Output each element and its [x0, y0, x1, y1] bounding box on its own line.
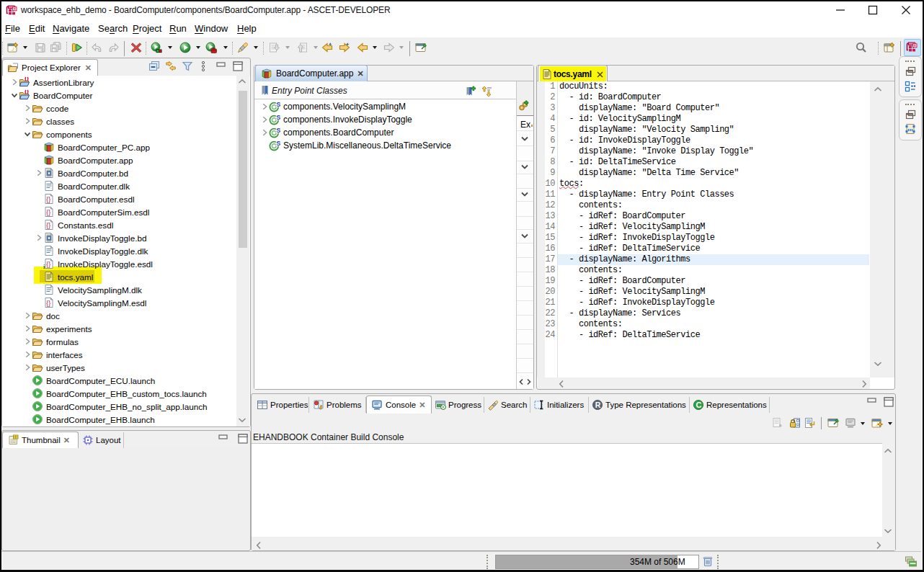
svg-text:{}: {}	[46, 209, 50, 216]
svg-text:S: S	[276, 140, 280, 147]
svg-text:{}: {}	[46, 300, 50, 307]
svg-text:C: C	[696, 401, 701, 409]
svg-text:R: R	[595, 401, 601, 409]
svg-text:S: S	[276, 101, 280, 108]
svg-text:{}: {}	[46, 196, 50, 203]
svg-text:{}: {}	[46, 261, 50, 268]
svg-text:{}: {}	[46, 222, 50, 229]
svg-text:S: S	[276, 114, 280, 121]
svg-text:S: S	[276, 127, 280, 134]
